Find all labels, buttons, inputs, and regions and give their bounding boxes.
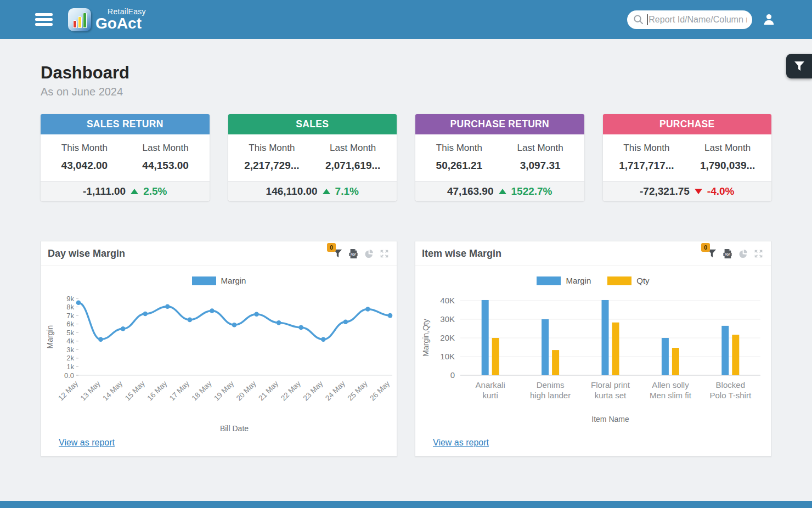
svg-text:14 May: 14 May (101, 379, 124, 402)
kpi-card-title: PURCHASE (603, 114, 772, 134)
svg-text:21 May: 21 May (257, 379, 280, 402)
this-month-label: This Month (606, 143, 687, 154)
chart-legend: MarginQty (415, 276, 771, 285)
logo-text: RetailEasy GoAct (95, 8, 146, 31)
pie-chart-icon[interactable] (364, 249, 374, 258)
svg-text:30K: 30K (440, 314, 455, 324)
chart-filter-button[interactable]: 0 (707, 249, 717, 258)
svg-text:5k: 5k (66, 329, 74, 337)
export-pdf-icon[interactable]: PDF (348, 249, 358, 259)
page-title: Dashboard (41, 63, 771, 83)
last-month-label: Last Month (500, 143, 581, 154)
brand-top: RetailEasy (108, 8, 146, 15)
legend-item: Margin (192, 276, 246, 285)
svg-text:12 May: 12 May (57, 379, 80, 402)
this-month-value: 2,217,729... (232, 160, 313, 172)
delta-value: 47,163.90 (447, 185, 494, 197)
day-wise-margin-chart: 0.01k2k3k4k5k6k7k8k9k12 May13 May14 May1… (43, 289, 394, 438)
svg-text:2k: 2k (66, 354, 74, 362)
svg-text:20K: 20K (440, 333, 455, 342)
legend-swatch (607, 276, 631, 285)
svg-text:8k: 8k (66, 303, 74, 311)
kpi-card-sales: SALES This Month Last Month 2,217,729...… (228, 114, 397, 201)
trend-arrow-icon (499, 189, 506, 194)
svg-text:Anarkali: Anarkali (476, 380, 505, 390)
expand-icon[interactable] (754, 249, 763, 258)
delta-percent: 1522.7% (511, 185, 552, 197)
delta-value: -72,321.75 (640, 185, 690, 197)
logo-barchart-icon (68, 8, 91, 31)
this-month-label: This Month (419, 143, 500, 154)
pie-chart-icon[interactable] (738, 249, 748, 258)
svg-text:10K: 10K (440, 352, 455, 361)
kpi-card-purchase-return: PURCHASE RETURN This Month Last Month 50… (415, 114, 584, 201)
trend-arrow-icon (323, 189, 330, 194)
last-month-label: Last Month (312, 143, 393, 154)
last-month-label: Last Month (687, 143, 768, 154)
legend-item: Margin (537, 276, 591, 285)
filter-count-badge: 0 (701, 243, 710, 252)
this-month-label: This Month (232, 143, 313, 154)
svg-text:26 May: 26 May (368, 379, 391, 402)
delta-percent: 7.1% (335, 185, 359, 197)
last-month-label: Last Month (125, 143, 206, 154)
svg-text:3k: 3k (66, 346, 74, 354)
user-icon[interactable] (762, 13, 776, 26)
export-pdf-icon[interactable]: PDF (723, 249, 732, 259)
panel-title: Day wise Margin (48, 248, 125, 259)
brand-name: GoAct (95, 16, 146, 31)
svg-text:18 May: 18 May (190, 379, 213, 402)
svg-text:15 May: 15 May (123, 379, 146, 402)
search-input[interactable] (649, 15, 747, 25)
global-filter-button[interactable] (786, 54, 812, 78)
svg-text:13 May: 13 May (79, 379, 102, 402)
svg-text:Men slim fit: Men slim fit (650, 391, 692, 400)
delta-value: 146,110.00 (266, 185, 318, 197)
app-logo: RetailEasy GoAct (68, 8, 146, 31)
svg-text:PDF: PDF (351, 252, 356, 256)
svg-text:kurti: kurti (483, 391, 498, 400)
menu-icon[interactable] (35, 11, 53, 29)
last-month-value: 1,790,039... (687, 160, 768, 172)
funnel-icon (794, 61, 805, 71)
delta-percent: -4.0% (707, 185, 735, 197)
legend-swatch (192, 276, 216, 285)
svg-text:9k: 9k (66, 295, 74, 303)
this-month-value: 1,717,717... (606, 160, 687, 172)
svg-text:16 May: 16 May (145, 379, 168, 402)
svg-text:Blocked: Blocked (716, 380, 745, 390)
search-icon (633, 14, 644, 25)
trend-arrow-icon (131, 189, 138, 194)
svg-text:0: 0 (450, 370, 455, 380)
kpi-card-title: SALES (228, 114, 397, 134)
svg-text:Bill Date: Bill Date (220, 424, 249, 433)
svg-text:Item Name: Item Name (591, 415, 629, 424)
view-as-report-link[interactable]: View as report (59, 438, 115, 448)
this-month-value: 43,042.00 (44, 160, 125, 172)
bottom-bar (0, 501, 812, 508)
svg-text:6k: 6k (66, 320, 74, 328)
svg-text:25 May: 25 May (346, 379, 369, 402)
chart-filter-button[interactable]: 0 (333, 249, 342, 258)
svg-text:19 May: 19 May (212, 379, 235, 402)
trend-arrow-icon (695, 189, 702, 194)
day-wise-margin-panel: Day wise Margin 0 PDF (41, 241, 397, 456)
svg-text:20 May: 20 May (235, 379, 258, 402)
delta-value: -1,111.00 (83, 185, 126, 197)
expand-icon[interactable] (380, 249, 389, 258)
legend-item: Qty (607, 276, 649, 285)
item-wise-margin-chart: 010K20K30K40KAnarkalikurtiDenimshigh lan… (418, 289, 769, 438)
top-bar: RetailEasy GoAct (0, 0, 812, 39)
page-subtitle: As on June 2024 (41, 86, 771, 98)
chart-panels-row: Day wise Margin 0 PDF (41, 241, 771, 456)
svg-text:kurta set: kurta set (595, 391, 627, 400)
svg-text:1k: 1k (66, 363, 74, 371)
this-month-value: 50,261.21 (419, 160, 500, 172)
filter-count-badge: 0 (327, 243, 336, 252)
kpi-card-title: PURCHASE RETURN (415, 114, 584, 134)
search-box[interactable] (627, 10, 752, 29)
panel-title: Item wise Margin (422, 248, 501, 259)
view-as-report-link[interactable]: View as report (433, 438, 489, 448)
svg-text:0.0: 0.0 (64, 371, 74, 380)
svg-text:40K: 40K (440, 296, 455, 305)
